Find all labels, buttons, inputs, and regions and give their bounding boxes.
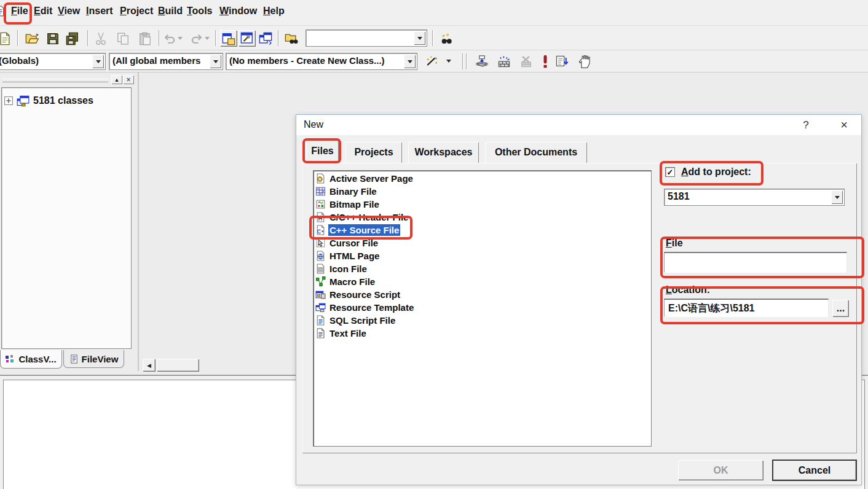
list-item-binary-file[interactable]: Binary File	[314, 185, 651, 198]
dialog-close-button[interactable]: ×	[831, 115, 858, 135]
menu-insert[interactable]: Insert	[86, 6, 113, 17]
file-name-label: File	[666, 238, 683, 249]
menu-view[interactable]: View	[58, 6, 80, 17]
new-dialog: New ? × Files Projects Workspaces Other …	[296, 114, 862, 485]
editor-hscrollbar: ◀	[143, 359, 199, 372]
menu-tools[interactable]: Tools	[187, 6, 212, 17]
file-type-list[interactable]: Active Server Page Binary File Bitmap Fi…	[313, 170, 652, 447]
wizard-bar: (Globals) (All global members (No member…	[0, 50, 868, 72]
menu-edit[interactable]: Edit	[34, 6, 52, 17]
members-combo-dropdown[interactable]	[210, 55, 221, 68]
list-item-resource-script[interactable]: Resource Script	[314, 288, 651, 301]
tab-classview[interactable]: ClassV...	[0, 350, 62, 369]
class-combo[interactable]: (Globals)	[0, 53, 106, 70]
location-label: Location:	[666, 284, 710, 295]
tab-workspaces[interactable]: Workspaces	[408, 142, 479, 163]
open-file-icon[interactable]	[23, 30, 41, 47]
paste-icon[interactable]	[136, 30, 154, 47]
tab-fileview[interactable]: FileView	[63, 350, 124, 368]
wizard-actions-combo[interactable]: (No members - Create New Class...)	[226, 53, 417, 70]
list-item-active-server-page[interactable]: Active Server Page	[314, 172, 651, 185]
undo-dropdown-icon[interactable]	[176, 30, 184, 47]
wizard-dropdown-icon[interactable]	[444, 53, 454, 69]
redo-dropdown-icon[interactable]	[203, 30, 211, 47]
classview-icon	[6, 354, 15, 364]
html-page-icon	[315, 251, 326, 261]
menu-project[interactable]: Project	[120, 6, 153, 17]
new-document-icon[interactable]	[0, 30, 14, 47]
text-file-icon	[315, 328, 326, 338]
list-item-resource-template[interactable]: Resource Template	[314, 301, 651, 314]
go-icon[interactable]	[553, 53, 570, 69]
toggle-workspace-icon[interactable]	[220, 30, 237, 47]
toggle-output-icon[interactable]	[239, 30, 256, 47]
members-combo[interactable]: (All global members	[109, 53, 223, 70]
wizard-wand-icon[interactable]	[422, 53, 443, 69]
copy-icon[interactable]	[114, 30, 132, 47]
menu-build[interactable]: Build	[158, 6, 183, 17]
location-input[interactable]: E:\C语言\练习\5181	[664, 299, 829, 317]
workspace-panel-tabs: ClassV... FileView	[0, 350, 139, 369]
find-in-files-icon[interactable]	[283, 30, 300, 47]
stop-build-icon[interactable]	[518, 53, 535, 69]
menu-window[interactable]: Window	[219, 6, 257, 17]
icon-file-icon	[315, 264, 326, 274]
tree-root-item[interactable]: 5181 classes	[4, 94, 93, 108]
dialog-help-button[interactable]: ?	[792, 115, 819, 135]
tab-projects[interactable]: Projects	[345, 142, 402, 163]
insert-breakpoint-hand-icon[interactable]	[575, 53, 593, 69]
hscroll-left-button[interactable]: ◀	[143, 359, 156, 372]
compile-icon[interactable]	[473, 53, 491, 69]
macro-file-icon	[315, 276, 326, 287]
find-combo-dropdown[interactable]	[414, 31, 425, 45]
standard-toolbar	[0, 26, 868, 50]
hscroll-thumb[interactable]	[157, 359, 199, 372]
tab-other-documents[interactable]: Other Documents	[485, 142, 587, 163]
resource-template-icon	[315, 302, 326, 313]
members-combo-value: (All global members	[112, 55, 209, 66]
list-item-cpp-source-file[interactable]: C++ Source File	[314, 224, 651, 237]
panel-gripper[interactable]	[2, 79, 108, 82]
redo-icon[interactable]	[189, 30, 204, 47]
project-combo-dropdown[interactable]	[831, 190, 843, 204]
cascade-windows-icon[interactable]	[257, 30, 274, 47]
vc6-main-window: File Edit View Insert Project Build Tool…	[0, 0, 868, 489]
menu-file[interactable]: File	[11, 6, 28, 17]
cancel-button[interactable]: Cancel	[773, 460, 856, 480]
add-to-project-checkbox[interactable]: ✓	[665, 167, 675, 177]
browse-location-button[interactable]: ...	[832, 300, 849, 317]
menu-bar: File Edit View Insert Project Build Tool…	[0, 0, 868, 26]
save-icon[interactable]	[44, 30, 61, 47]
list-item-bitmap-file[interactable]: Bitmap File	[314, 198, 651, 211]
list-item-macro-file[interactable]: Macro File	[314, 275, 651, 288]
execute-program-icon[interactable]	[540, 53, 551, 69]
file-name-input[interactable]	[664, 252, 847, 273]
search-icon[interactable]	[438, 30, 455, 47]
panel-close-button[interactable]: ×	[123, 75, 134, 84]
undo-icon[interactable]	[162, 30, 177, 47]
save-all-icon[interactable]	[64, 30, 81, 47]
cut-icon[interactable]	[92, 30, 109, 47]
menu-help[interactable]: Help	[263, 6, 285, 17]
list-item-icon-file[interactable]: Icon File	[314, 262, 651, 275]
tab-files[interactable]: Files	[306, 139, 339, 163]
tree-expand-icon[interactable]	[4, 96, 13, 105]
tab-fileview-label: FileView	[82, 354, 119, 364]
wizard-actions-combo-dropdown[interactable]	[404, 55, 416, 68]
wizard-actions-combo-value: (No members - Create New Class...)	[229, 55, 403, 66]
project-combo-value: 5181	[668, 191, 831, 202]
dialog-titlebar[interactable]: New ? ×	[296, 115, 861, 135]
panel-collapse-button[interactable]: ▲	[111, 75, 122, 84]
ok-button[interactable]: OK	[678, 460, 763, 480]
list-item-c-header-file[interactable]: C/C++ Header File	[314, 211, 651, 224]
class-combo-dropdown[interactable]	[92, 55, 104, 68]
list-item-cursor-file[interactable]: Cursor File	[314, 237, 651, 249]
list-item-html-page[interactable]: HTML Page	[314, 249, 651, 262]
find-combo[interactable]	[306, 29, 427, 47]
tab-classview-label: ClassV...	[18, 354, 56, 364]
project-combo[interactable]: 5181	[664, 189, 845, 206]
list-item-text-file[interactable]: Text File	[314, 327, 651, 340]
binary-file-icon	[315, 186, 326, 197]
list-item-sql-script-file[interactable]: SQL Script File	[314, 314, 651, 327]
build-icon[interactable]	[495, 53, 513, 69]
